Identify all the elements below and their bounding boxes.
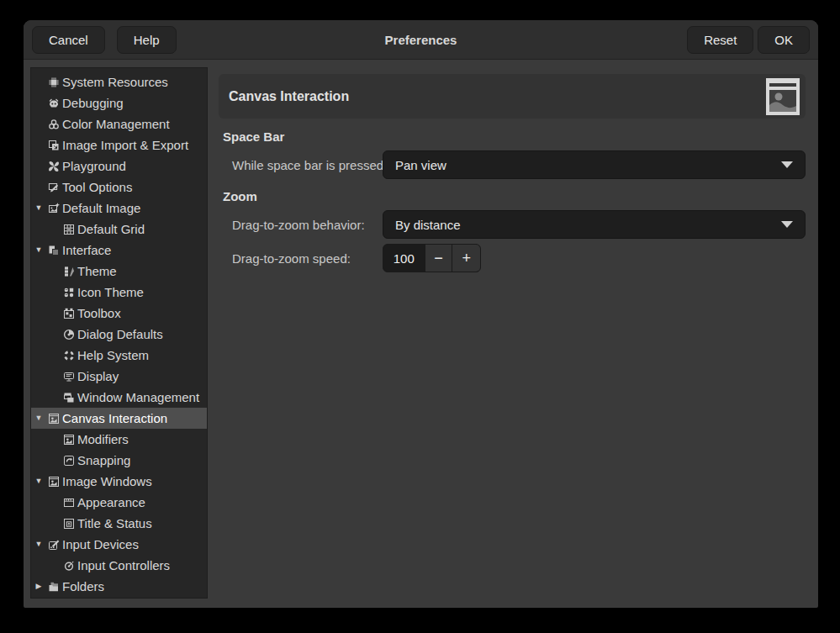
sidebar-item-label: Default Image	[62, 201, 140, 215]
sidebar-item-label: Window Management	[77, 390, 199, 404]
zoom-behavior-selected-value: By distance	[395, 218, 461, 232]
sidebar-item-tool-options[interactable]: Tool Options	[31, 177, 207, 198]
cancel-button[interactable]: Cancel	[32, 26, 105, 54]
sidebar-item-label: Theme	[77, 264, 117, 278]
sidebar-item-default-grid[interactable]: Default Grid	[31, 219, 207, 240]
sidebar-item-input-devices[interactable]: ▼Input Devices	[31, 534, 207, 555]
gauge-icon	[61, 328, 76, 341]
snapping-icon	[61, 454, 76, 467]
sidebar-item-folders[interactable]: ▶Folders	[31, 576, 207, 597]
sidebar-item-interface[interactable]: ▼Interface	[31, 240, 207, 261]
expander-down-icon[interactable]: ▼	[31, 534, 46, 555]
sidebar-item-label: Modifiers	[77, 432, 129, 446]
windows-stack-icon	[61, 391, 76, 404]
grid-icon	[61, 223, 76, 236]
sidebar-item-help-system[interactable]: Help System	[31, 345, 207, 366]
tablet-pen-icon	[46, 538, 61, 551]
sidebar-item-default-image[interactable]: ▼Default Image	[31, 198, 207, 219]
photo-icon	[61, 433, 76, 446]
fan-icon	[46, 160, 61, 173]
sidebar-item-label: Interface	[62, 243, 111, 257]
space-bar-row: While space bar is pressed: Pan view	[219, 150, 806, 179]
sidebar-item-label: Default Grid	[77, 222, 145, 236]
section-heading-space-bar: Space Bar	[223, 129, 284, 145]
decrement-button[interactable]: −	[425, 245, 452, 272]
monitor-icon	[61, 370, 76, 383]
sidebar-item-label: Canvas Interaction	[62, 411, 167, 425]
color-circles-icon	[46, 118, 61, 131]
import-export-icon	[46, 139, 61, 152]
image-star-icon	[46, 202, 61, 215]
wilber-bug-icon	[46, 97, 61, 110]
sidebar-item-input-controllers[interactable]: Input Controllers	[31, 555, 207, 576]
sidebar-item-label: Toolbox	[77, 306, 121, 320]
life-ring-icon	[61, 349, 76, 362]
theme-swatches-icon	[61, 265, 76, 278]
sidebar-item-color-management[interactable]: Color Management	[31, 113, 207, 135]
sidebar-item-image-windows[interactable]: ▼Image Windows	[31, 471, 207, 492]
sidebar-item-label: Help System	[77, 348, 149, 362]
sidebar-item-dialog-defaults[interactable]: Dialog Defaults	[31, 324, 207, 345]
sidebar-item-label: Appearance	[77, 495, 145, 509]
sidebar-item-image-import-export[interactable]: Image Import & Export	[31, 135, 207, 156]
expander-down-icon[interactable]: ▼	[31, 198, 46, 219]
sidebar-item-label: Display	[77, 369, 119, 383]
sidebar-item-playground[interactable]: Playground	[31, 156, 207, 177]
expander-down-icon[interactable]: ▼	[31, 408, 46, 429]
sidebar-item-label: Input Devices	[62, 537, 139, 551]
sidebar-item-display[interactable]: Display	[31, 366, 207, 387]
sidebar-item-label: Playground	[62, 159, 126, 173]
ok-button[interactable]: OK	[758, 26, 810, 54]
sidebar-item-debugging[interactable]: Debugging	[31, 92, 207, 113]
chevron-down-icon	[781, 161, 793, 168]
expander-down-icon[interactable]: ▼	[31, 240, 46, 261]
zoom-behavior-select[interactable]: By distance	[383, 210, 806, 239]
sidebar-item-title-status[interactable]: Title & Status	[31, 513, 207, 534]
page-header: Canvas Interaction	[219, 74, 806, 119]
sidebar-item-appearance[interactable]: Appearance	[31, 492, 207, 513]
reset-button[interactable]: Reset	[687, 26, 753, 54]
help-button[interactable]: Help	[117, 26, 177, 54]
tool-options-icon	[46, 181, 61, 194]
space-bar-select[interactable]: Pan view	[383, 150, 806, 179]
sidebar-item-label: Image Import & Export	[62, 138, 188, 152]
panels-icon	[46, 244, 61, 257]
sidebar-item-snapping[interactable]: Snapping	[31, 450, 207, 471]
zoom-speed-spinner: 100 − +	[383, 244, 481, 272]
sidebar-item-icon-theme[interactable]: Icon Theme	[31, 282, 207, 303]
sidebar-item-label: Folders	[62, 579, 104, 593]
sidebar-item-window-management[interactable]: Window Management	[31, 387, 207, 408]
preferences-dialog: Preferences Cancel Help Reset OK System …	[24, 20, 818, 608]
page-title: Canvas Interaction	[229, 89, 349, 104]
zoom-speed-label: Drag-to-zoom speed:	[232, 251, 351, 266]
zoom-speed-input[interactable]: 100	[383, 245, 425, 272]
window-ruler-icon	[61, 496, 76, 509]
photo-icon	[46, 412, 61, 425]
cpu-icon	[46, 76, 61, 89]
zoom-behavior-row: Drag-to-zoom behavior: By distance	[219, 210, 806, 239]
icon-theme-icon	[61, 286, 76, 299]
expander-right-icon[interactable]: ▶	[31, 576, 46, 597]
zoom-speed-row: Drag-to-zoom speed: 100 − +	[219, 244, 806, 272]
sidebar-item-label: System Resources	[62, 75, 168, 89]
sidebar-item-toolbox[interactable]: Toolbox	[31, 303, 207, 324]
increment-button[interactable]: +	[452, 245, 480, 272]
expander-down-icon[interactable]: ▼	[31, 471, 46, 492]
titlebar-right-buttons: Reset OK	[687, 26, 810, 54]
sidebar-item-system-resources[interactable]: System Resources	[31, 71, 207, 92]
sidebar-item-label: Image Windows	[62, 474, 152, 488]
sidebar-item-label: Input Controllers	[77, 558, 170, 572]
space-bar-label: While space bar is pressed:	[232, 158, 387, 172]
zoom-behavior-label: Drag-to-zoom behavior:	[232, 218, 365, 232]
sidebar-item-modifiers[interactable]: Modifiers	[31, 429, 207, 450]
preferences-category-tree[interactable]: System ResourcesDebuggingColor Managemen…	[30, 67, 208, 599]
folders-icon	[46, 580, 61, 593]
toolbox-icon	[61, 307, 76, 320]
section-heading-zoom: Zoom	[223, 189, 257, 204]
sidebar-item-label: Tool Options	[62, 180, 132, 194]
sidebar-item-label: Debugging	[62, 96, 124, 110]
sidebar-item-label: Title & Status	[77, 516, 152, 530]
sidebar-item-canvas-interaction[interactable]: ▼Canvas Interaction	[31, 408, 207, 429]
sidebar-item-theme[interactable]: Theme	[31, 261, 207, 282]
sidebar-item-label: Dialog Defaults	[77, 327, 163, 341]
